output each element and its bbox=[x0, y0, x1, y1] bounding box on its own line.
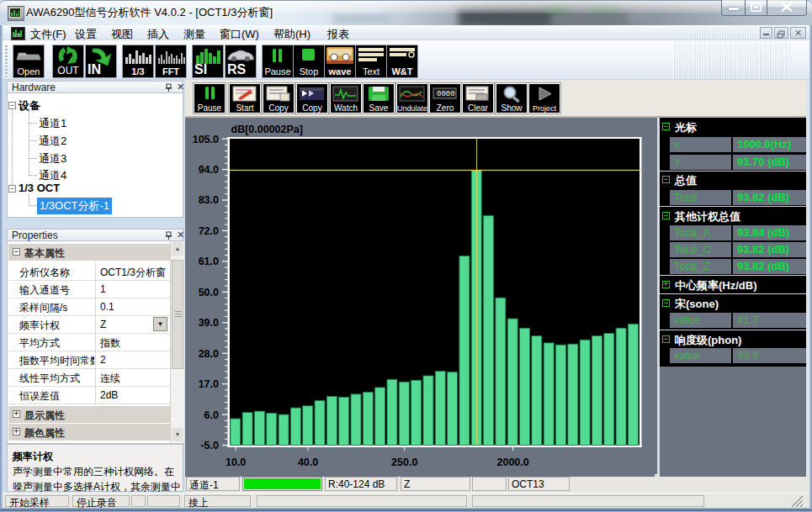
svg-text:-5.0: -5.0 bbox=[200, 440, 219, 451]
svg-text:2000.0: 2000.0 bbox=[496, 457, 528, 468]
svg-text:94.0: 94.0 bbox=[199, 164, 219, 176]
svg-text:17.0: 17.0 bbox=[199, 378, 219, 390]
svg-text:40.0: 40.0 bbox=[298, 457, 318, 468]
svg-text:10.0: 10.0 bbox=[226, 457, 246, 468]
svg-text:105.0: 105.0 bbox=[193, 134, 219, 145]
svg-text:72.0: 72.0 bbox=[199, 225, 219, 237]
svg-text:6.0: 6.0 bbox=[204, 409, 219, 421]
svg-text:50.0: 50.0 bbox=[199, 287, 219, 298]
svg-text:1/3: 1/3 bbox=[13, 33, 21, 38]
svg-text:83.0: 83.0 bbox=[199, 194, 219, 206]
svg-text:61.0: 61.0 bbox=[199, 256, 219, 267]
svg-text:28.0: 28.0 bbox=[199, 348, 219, 360]
svg-text:dB[0.00002Pa]: dB[0.00002Pa] bbox=[231, 124, 303, 135]
svg-text:0000: 0000 bbox=[437, 90, 455, 98]
svg-text:250.0: 250.0 bbox=[391, 457, 417, 468]
svg-text:39.0: 39.0 bbox=[199, 317, 219, 329]
